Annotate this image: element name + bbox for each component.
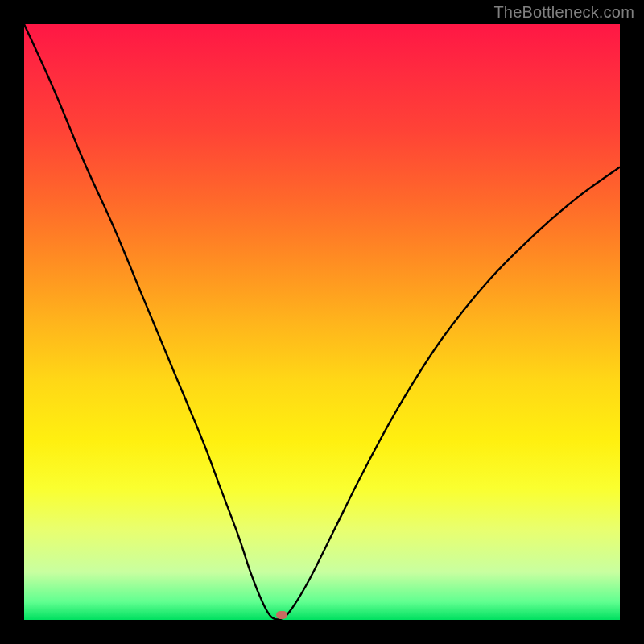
chart-plot-area: [24, 24, 620, 620]
minimum-marker: [276, 611, 287, 619]
watermark-text: TheBottleneck.com: [493, 3, 634, 22]
bottleneck-curve-line: [24, 24, 620, 620]
curve-svg: [24, 24, 620, 620]
